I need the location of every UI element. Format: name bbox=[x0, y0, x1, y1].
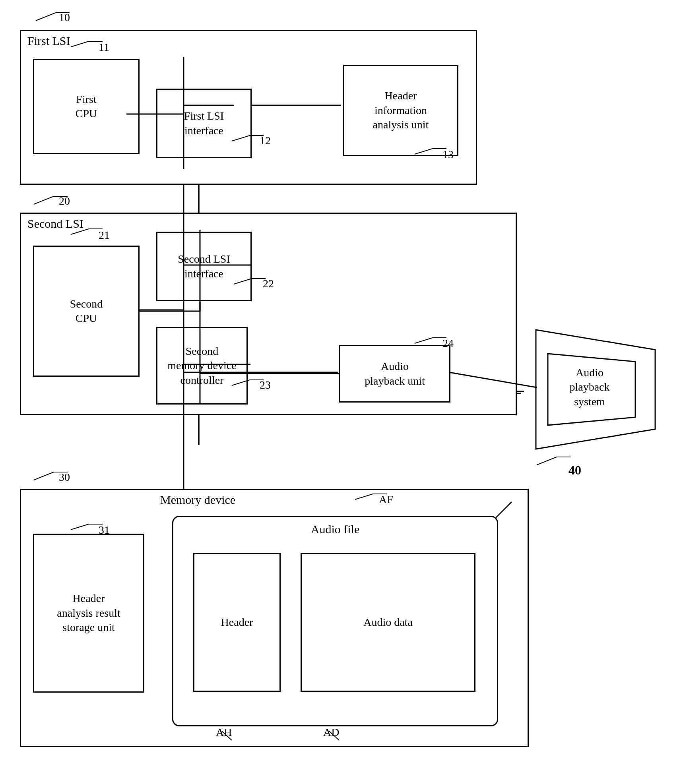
header-info-analysis-box: Header information analysis unit bbox=[343, 65, 458, 156]
svg-line-51 bbox=[355, 494, 373, 499]
ref-AH-tick bbox=[220, 729, 244, 741]
audio-file-box: Audio file Header Audio data bbox=[172, 516, 498, 726]
second-lsi-container: Second LSI 21 Second CPU Second LSI inte… bbox=[20, 213, 517, 415]
svg-line-56 bbox=[329, 731, 339, 740]
ref-AD-tick bbox=[327, 729, 351, 741]
ref-12-tick bbox=[228, 132, 268, 144]
svg-line-29 bbox=[34, 196, 54, 204]
audio-playback-system-container: Audio playback system bbox=[524, 318, 667, 461]
first-cpu-label: First CPU bbox=[76, 92, 97, 121]
ref-31-tick bbox=[67, 521, 107, 533]
first-lsi-label: First LSI bbox=[27, 34, 70, 48]
second-lsi-internal-lines bbox=[21, 214, 516, 414]
svg-line-27 bbox=[415, 149, 433, 154]
ref-20-tick bbox=[30, 192, 70, 208]
first-cpu-box: First CPU bbox=[33, 59, 140, 154]
ref-11-tick bbox=[67, 38, 107, 50]
svg-line-55 bbox=[222, 731, 232, 740]
header-info-analysis-label: Header information analysis unit bbox=[373, 89, 429, 132]
audio-file-label: Audio file bbox=[173, 517, 497, 536]
header-box: Header bbox=[193, 553, 281, 692]
svg-line-53 bbox=[71, 524, 89, 530]
diagram: 10 First LSI 11 First CPU First LSI inte… bbox=[0, 0, 683, 784]
ref-10-tick bbox=[32, 9, 72, 25]
header-label: Header bbox=[221, 615, 253, 629]
audio-data-label: Audio data bbox=[363, 615, 413, 629]
audio-data-box: Audio data bbox=[301, 553, 475, 692]
memory-device-container: Memory device AF 31 Header analysis resu… bbox=[20, 489, 529, 747]
svg-line-21 bbox=[36, 13, 56, 21]
memory-device-label: Memory device bbox=[160, 493, 235, 507]
svg-line-48 bbox=[34, 472, 54, 480]
ref-AF-tick bbox=[351, 491, 391, 503]
first-lsi-interface-label: First LSI interface bbox=[184, 109, 224, 138]
first-lsi-container: First LSI 11 First CPU First LSI interfa… bbox=[20, 30, 477, 185]
audio-playback-system-label: Audio playback system bbox=[558, 366, 621, 409]
ref-13-tick bbox=[411, 145, 450, 157]
ref-40-tick bbox=[533, 453, 572, 469]
ref-30-tick bbox=[30, 468, 70, 484]
header-analysis-result-storage-box: Header analysis result storage unit bbox=[33, 534, 144, 693]
svg-line-46 bbox=[537, 457, 557, 465]
svg-line-25 bbox=[232, 136, 250, 141]
svg-line-23 bbox=[71, 41, 89, 47]
folded-corner-white bbox=[500, 490, 528, 518]
header-analysis-result-storage-label: Header analysis result storage unit bbox=[57, 591, 120, 635]
first-lsi-interface-box: First LSI interface bbox=[156, 89, 252, 158]
